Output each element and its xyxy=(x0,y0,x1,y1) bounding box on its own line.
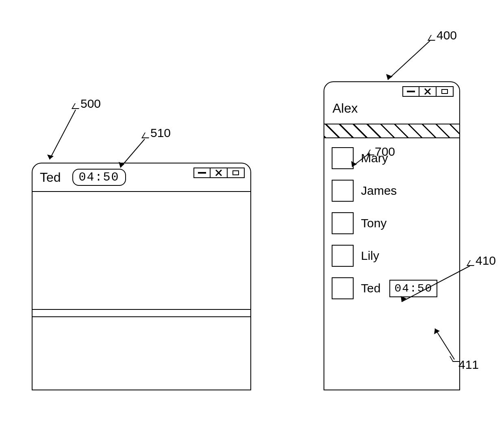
close-button[interactable] xyxy=(211,168,228,178)
ref-411-tick xyxy=(451,356,458,362)
chat-window: Ted 04:50 xyxy=(32,163,251,390)
contact-item-tony[interactable]: Tony xyxy=(332,212,452,234)
ref-510-tick xyxy=(143,133,150,138)
chat-timer: 04:50 xyxy=(72,169,126,186)
ref-500-tick xyxy=(73,103,80,109)
contact-name: Ted xyxy=(361,281,380,295)
owner-name: Alex xyxy=(332,101,358,115)
svg-marker-13 xyxy=(386,74,393,80)
avatar-icon xyxy=(332,180,354,202)
svg-line-18 xyxy=(435,329,454,359)
chat-divider xyxy=(33,310,250,317)
maximize-button[interactable] xyxy=(228,168,245,178)
maximize-button[interactable] xyxy=(437,86,454,97)
ref-400-label: 400 xyxy=(437,28,457,42)
svg-rect-3 xyxy=(233,171,239,175)
ref-410-tick xyxy=(468,260,476,266)
ref-500-label: 500 xyxy=(80,97,101,111)
svg-rect-0 xyxy=(198,172,206,174)
ref-410-label: 410 xyxy=(476,254,496,268)
contact-header: Alex xyxy=(324,82,459,124)
avatar-icon xyxy=(332,277,354,299)
svg-line-12 xyxy=(388,41,430,80)
svg-marker-9 xyxy=(47,155,54,159)
svg-rect-4 xyxy=(407,91,415,92)
contact-item-lily[interactable]: Lily xyxy=(332,245,452,267)
minimize-button[interactable] xyxy=(193,168,211,178)
ref-700-label: 700 xyxy=(375,145,395,159)
close-icon xyxy=(215,170,222,176)
svg-rect-7 xyxy=(442,89,448,94)
contact-name: Lily xyxy=(361,249,379,263)
svg-line-8 xyxy=(50,110,76,159)
svg-marker-19 xyxy=(434,329,440,334)
ref-510-label: 510 xyxy=(150,126,171,140)
svg-marker-15 xyxy=(351,161,357,167)
ref-510-leader xyxy=(114,137,146,171)
svg-line-10 xyxy=(120,139,145,168)
avatar-icon xyxy=(332,212,354,234)
ref-400-leader xyxy=(382,39,432,84)
ref-700-tick xyxy=(368,150,376,155)
ref-400-tick xyxy=(429,35,437,41)
window-controls xyxy=(193,168,245,178)
ref-500-leader xyxy=(45,108,77,165)
contact-name: James xyxy=(361,184,397,198)
maximize-icon xyxy=(441,89,448,94)
close-icon xyxy=(424,88,431,95)
chat-peer-name: Ted xyxy=(40,170,61,185)
contact-item-james[interactable]: James xyxy=(332,180,452,202)
avatar-icon xyxy=(332,245,354,267)
contact-name: Tony xyxy=(361,216,387,230)
ref-410-leader xyxy=(395,264,472,305)
minimize-button[interactable] xyxy=(402,86,419,97)
maximize-icon xyxy=(232,170,239,175)
svg-line-16 xyxy=(402,266,470,302)
toolbar-hatched xyxy=(324,124,459,138)
chat-message-area xyxy=(33,192,250,310)
ref-411-label: 411 xyxy=(458,358,479,372)
minimize-icon xyxy=(198,172,206,174)
close-button[interactable] xyxy=(419,86,437,97)
minimize-icon xyxy=(407,91,415,92)
window-controls xyxy=(402,86,454,97)
